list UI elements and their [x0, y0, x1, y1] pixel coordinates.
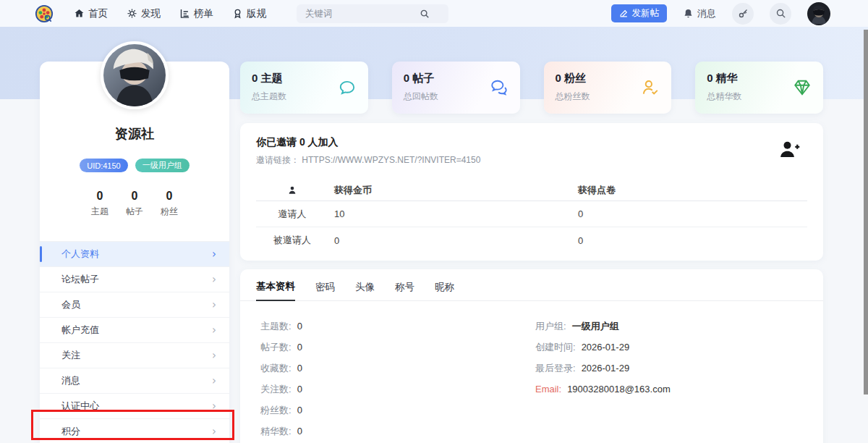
menu-label: 个人资料 [61, 248, 99, 261]
sidebar-item-forum-posts[interactable]: 论坛帖子 › [40, 267, 229, 292]
chevron-right-icon: › [212, 400, 216, 413]
chevron-right-icon: › [212, 425, 216, 438]
nav-label: 首页 [88, 7, 108, 20]
person-icon [287, 185, 297, 195]
nav-label: 榜单 [194, 7, 213, 20]
chevron-right-icon: › [212, 248, 216, 261]
page: 首页 发现 榜单 版规 [0, 0, 868, 443]
field-label: Email: [535, 384, 561, 395]
menu-label: 积分 [61, 425, 80, 438]
page-scrollbar[interactable] [864, 0, 868, 443]
new-post-button[interactable]: 发新帖 [611, 4, 668, 22]
account-fields: 主题数: 0 帖子数: 0 收藏数: 0 关注数: 0 粉丝数: 0 [240, 301, 823, 442]
menu-label: 认证中心 [61, 400, 99, 413]
sidebar-item-membership[interactable]: 会员 › [40, 292, 229, 318]
row-points: 0 [578, 235, 807, 246]
stat-label: 粉丝 [161, 206, 178, 218]
field-essence-count: 精华数: 0 [260, 421, 535, 442]
uid-badge: UID:4150 [80, 159, 127, 172]
search-circle-button[interactable] [770, 3, 791, 25]
rules-badge-icon [232, 8, 243, 19]
stat-label: 帖子 [126, 206, 143, 218]
user-avatar-large[interactable] [101, 41, 169, 109]
invite-link-url[interactable]: HTTPS://WWW.WPZYS.NET/?INVITER=4150 [302, 155, 480, 165]
add-user-icon[interactable] [778, 139, 800, 161]
sidebar-item-following[interactable]: 关注 › [40, 343, 229, 368]
avatar-image [807, 2, 830, 25]
messages-nav[interactable]: 消息 [683, 7, 716, 20]
sidebar-item-verification[interactable]: 认证中心 › [40, 394, 229, 419]
user-avatar-small[interactable] [807, 2, 830, 25]
account-card: 基本资料 密码 头像 称号 昵称 主题数: 0 帖子数: 0 收藏数: 0 [240, 269, 823, 443]
tab-title[interactable]: 称号 [395, 281, 414, 300]
field-label: 收藏数: [260, 362, 292, 375]
sidebar-item-points[interactable]: 积分 › [40, 419, 229, 443]
table-row: 邀请人 10 0 [256, 201, 807, 227]
row-gold: 10 [328, 208, 578, 219]
field-label: 帖子数: [260, 341, 292, 354]
invite-table-header: 获得金币 获得点卷 [256, 180, 807, 201]
tab-avatar[interactable]: 头像 [355, 281, 375, 300]
field-label: 主题数: [260, 320, 292, 333]
person-check-icon [641, 78, 660, 97]
nav-item-ranking[interactable]: 榜单 [179, 7, 213, 20]
tab-password[interactable]: 密码 [315, 281, 335, 300]
badges: UID:4150 一级用户组 [40, 159, 229, 172]
row-points: 0 [578, 208, 807, 219]
row-name: 邀请人 [256, 208, 328, 221]
nav-item-rules[interactable]: 版规 [232, 7, 266, 20]
field-value: 0 [297, 321, 302, 332]
stat-value: 0 [126, 190, 143, 203]
field-value: 0 [297, 363, 302, 374]
row-name: 被邀请人 [256, 234, 328, 247]
username: 资源社 [40, 125, 229, 143]
row-gold: 0 [328, 235, 578, 246]
tab-basic-info[interactable]: 基本资料 [256, 280, 295, 301]
key-button[interactable] [732, 3, 754, 25]
col-header-points: 获得点卷 [578, 184, 807, 197]
stat-fans: 0 粉丝 [161, 190, 178, 218]
chevron-right-icon: › [212, 298, 216, 311]
stat-card-essence: 0 精华 总精华数 [695, 62, 823, 114]
stat-posts: 0 帖子 [126, 190, 143, 218]
menu-label: 消息 [61, 374, 80, 387]
logo-icon [35, 4, 54, 23]
discover-gear-icon [127, 8, 137, 19]
field-label: 用户组: [535, 320, 566, 333]
search-icon[interactable] [420, 9, 430, 19]
field-label: 创建时间: [535, 341, 576, 354]
col-header-gold: 获得金币 [328, 184, 578, 197]
stat-card-topics: 0 主题 总主题数 [240, 62, 368, 114]
search-icon [775, 8, 786, 19]
scrollbar-thumb[interactable] [864, 30, 868, 395]
field-post-count: 帖子数: 0 [260, 337, 535, 358]
topnav-right: 发新帖 消息 [611, 2, 831, 25]
new-post-label: 发新帖 [632, 7, 660, 20]
field-fans-count: 粉丝数: 0 [260, 400, 535, 421]
chevron-right-icon: › [212, 324, 216, 337]
sidebar-item-messages[interactable]: 消息 › [40, 368, 229, 394]
field-value: 19003280018@163.com [567, 384, 671, 395]
site-logo[interactable] [35, 4, 54, 23]
menu-label: 论坛帖子 [61, 273, 99, 286]
bell-icon [683, 8, 694, 19]
nav-item-home[interactable]: 首页 [74, 7, 108, 20]
invite-link-row: 邀请链接： HTTPS://WWW.WPZYS.NET/?INVITER=415… [256, 154, 807, 166]
account-tabs: 基本资料 密码 头像 称号 昵称 [240, 269, 823, 301]
stat-card-posts: 0 帖子 总回帖数 [392, 62, 520, 114]
account-fields-right: 用户组: 一级用户组 创建时间: 2026-01-29 最后登录: 2026-0… [535, 316, 671, 442]
nav-label: 发现 [141, 7, 161, 20]
field-value: 0 [297, 384, 302, 395]
edit-icon [619, 9, 629, 18]
nav-item-discover[interactable]: 发现 [127, 7, 161, 20]
key-icon [738, 8, 749, 19]
sidebar-item-recharge[interactable]: 帐户充值 › [40, 318, 229, 343]
sidebar-item-profile[interactable]: 个人资料 › [40, 242, 229, 267]
field-favorite-count: 收藏数: 0 [260, 358, 535, 379]
menu-label: 关注 [61, 349, 80, 362]
tab-nickname[interactable]: 昵称 [435, 281, 454, 300]
field-label: 关注数: [260, 383, 292, 396]
field-label: 粉丝数: [260, 404, 292, 417]
field-email: Email: 19003280018@163.com [535, 379, 671, 400]
chevron-right-icon: › [212, 349, 216, 362]
